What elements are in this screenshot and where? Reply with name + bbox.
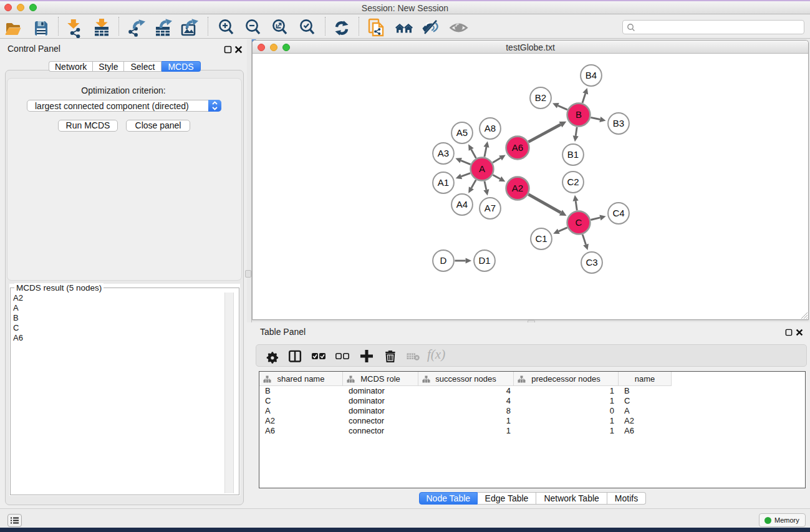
svg-text:C4: C4	[612, 208, 624, 218]
svg-text:A1: A1	[438, 177, 449, 188]
svg-text:A: A	[479, 163, 485, 174]
svg-text:C2: C2	[567, 177, 579, 187]
svg-text:B4: B4	[586, 70, 597, 80]
svg-text:B2: B2	[535, 92, 546, 103]
svg-text:A2: A2	[512, 183, 523, 193]
svg-text:C: C	[576, 217, 582, 228]
svg-text:C1: C1	[535, 233, 547, 244]
svg-text:A3: A3	[438, 148, 449, 158]
svg-text:D: D	[440, 255, 447, 266]
svg-text:B: B	[576, 109, 582, 120]
svg-text:D1: D1	[478, 255, 490, 266]
svg-text:A8: A8	[485, 123, 496, 133]
svg-text:A5: A5	[456, 127, 468, 138]
svg-text:A7: A7	[485, 203, 496, 213]
svg-text:A4: A4	[456, 199, 468, 210]
svg-text:A6: A6	[512, 142, 523, 153]
svg-text:B3: B3	[613, 118, 624, 128]
svg-text:B1: B1	[567, 149, 579, 160]
svg-text:C3: C3	[586, 257, 597, 268]
